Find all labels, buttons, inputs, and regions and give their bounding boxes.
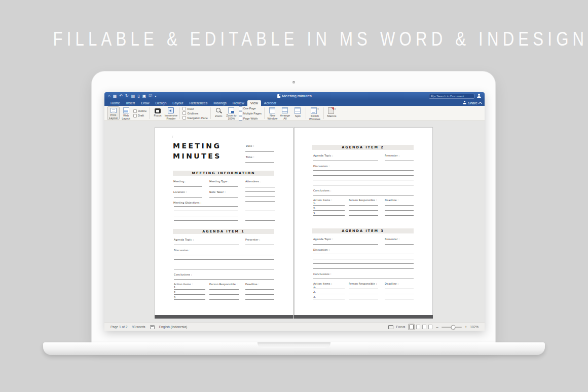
draft-button[interactable]: Draft (133, 114, 146, 117)
collapse-ribbon-chevron-icon[interactable] (479, 101, 482, 105)
language-indicator[interactable]: English (Indonesia) (159, 325, 188, 329)
action-items-field-lines[interactable] (313, 284, 345, 299)
tab-layout[interactable]: Layout (169, 100, 186, 106)
proofing-status-icon[interactable] (150, 325, 155, 329)
action-items-field-lines[interactable] (313, 201, 345, 216)
word-window: ⌂ ▦ ↶ ↻ ▤ ▯ ▣ ☑ • Meeting minutes Search… (104, 92, 485, 331)
focus-button[interactable]: Focus (151, 106, 164, 120)
agenda-topic-field-line[interactable] (313, 244, 378, 245)
tab-home[interactable]: Home (107, 100, 123, 106)
conclusions-field-line[interactable] (313, 279, 414, 279)
zoom-out-button[interactable]: – (436, 325, 438, 329)
presenter-field-line[interactable] (245, 245, 274, 245)
zoom-100-button[interactable]: Zoom to 100% (225, 106, 238, 120)
new-window-button[interactable]: New Window (266, 106, 279, 120)
person-responsible-field-lines[interactable] (349, 284, 378, 299)
document-page-2[interactable]: AGENDA ITEM 2 Agenda Topic : Presenter :… (294, 127, 433, 316)
print-icon[interactable]: ▤ (131, 94, 135, 98)
overflow-icon[interactable]: • (155, 94, 157, 98)
tab-insert[interactable]: Insert (123, 100, 138, 106)
time-field-line[interactable] (245, 162, 274, 163)
page-count[interactable]: Page 1 of 2 (111, 325, 127, 329)
copy-icon[interactable]: ▣ (142, 94, 146, 98)
document-page-1[interactable]: MEETING MINUTES Date : Time : MEETING IN… (155, 127, 293, 316)
meeting-field-line[interactable] (174, 186, 202, 187)
web-layout-view-button[interactable] (415, 324, 421, 330)
page-width-icon (239, 116, 242, 121)
discussion-field-lines[interactable] (174, 250, 274, 270)
presenter-field-line[interactable] (385, 244, 414, 245)
location-field-line[interactable] (174, 197, 202, 198)
switch-windows-button[interactable]: Switch Windows (308, 106, 322, 120)
titlebar: ⌂ ▦ ↶ ↻ ▤ ▯ ▣ ☑ • Meeting minutes Search… (104, 92, 485, 100)
new-document-icon[interactable]: ▯ (137, 94, 139, 98)
document-title-text: Meeting minutes (282, 94, 312, 98)
navigation-pane-checkbox[interactable]: Navigation Pane (182, 116, 207, 120)
presenter-label: Presenter : (385, 238, 399, 241)
zoom-slider[interactable] (442, 327, 462, 328)
page-width-button[interactable]: Page Width (239, 116, 262, 121)
discussion-field-lines[interactable] (313, 250, 414, 269)
meeting-type-field-line[interactable] (209, 186, 238, 187)
agenda-item-3-header: AGENDA ITEM 3 (312, 228, 414, 233)
outline-view-button[interactable] (421, 324, 427, 330)
zoom-100-icon (228, 107, 234, 113)
tab-draw[interactable]: Draw (138, 100, 152, 106)
word-count[interactable]: 93 words (132, 325, 145, 329)
split-button[interactable]: Split (291, 106, 304, 120)
print-layout-view-button[interactable] (408, 324, 415, 330)
gridlines-checkbox[interactable]: Gridlines (182, 111, 207, 115)
date-field-line[interactable] (245, 151, 274, 152)
person-responsible-field-lines[interactable] (209, 285, 239, 300)
deadline-field-lines[interactable] (245, 285, 274, 300)
conclusions-field-line[interactable] (313, 195, 414, 195)
search-input[interactable]: Search in Document (429, 94, 474, 99)
zoom-slider-thumb[interactable] (451, 325, 455, 329)
attendees-field-lines[interactable] (245, 182, 275, 221)
tab-design[interactable]: Design (153, 100, 170, 106)
title-line-1: MEETING (173, 142, 222, 150)
tab-references[interactable]: References (186, 100, 210, 106)
immersive-reader-button[interactable]: Immersive Reader (164, 106, 178, 120)
presenter-field-line[interactable] (385, 161, 414, 161)
zoom-level[interactable]: 102% (470, 325, 479, 329)
deadline-field-lines[interactable] (385, 284, 414, 299)
web-layout-button[interactable]: Web Layout (120, 106, 132, 120)
macros-button[interactable]: Macros (325, 106, 338, 120)
one-page-icon (239, 106, 242, 110)
switch-windows-label: Switch Windows (308, 114, 322, 121)
note-taker-field-line[interactable] (209, 197, 238, 198)
tab-review[interactable]: Review (230, 100, 247, 106)
tasks-icon[interactable]: ☑ (149, 94, 152, 98)
conclusions-field-line[interactable] (174, 279, 274, 280)
share-button[interactable]: Share (463, 101, 482, 106)
agenda-topic-field-line[interactable] (174, 245, 239, 245)
account-avatar-icon[interactable] (477, 94, 481, 98)
meeting-objectives-field-lines[interactable] (174, 202, 238, 221)
tab-mailings[interactable]: Mailings (210, 100, 230, 106)
deadline-field-lines[interactable] (385, 201, 414, 216)
tab-view[interactable]: View (247, 100, 261, 106)
redo-icon[interactable]: ↻ (125, 94, 129, 98)
undo-icon[interactable]: ↶ (119, 94, 123, 98)
outline-button[interactable]: Outline (133, 109, 146, 113)
navigation-pane-checkbox-icon (182, 116, 186, 120)
focus-toggle-icon[interactable] (388, 325, 393, 329)
home-icon[interactable]: ⌂ (108, 94, 111, 98)
ruler-checkbox[interactable]: Ruler (182, 107, 207, 110)
zoom-in-button[interactable]: + (465, 325, 467, 329)
web-layout-label: Web Layout (120, 114, 132, 120)
draft-view-button[interactable] (427, 324, 433, 330)
one-page-button[interactable]: One Page (239, 106, 262, 110)
save-icon[interactable]: ▦ (113, 94, 117, 98)
zoom-button[interactable]: Zoom (212, 106, 225, 120)
action-items-field-lines[interactable] (174, 285, 205, 300)
person-responsible-field-lines[interactable] (349, 201, 378, 216)
focus-toggle-label[interactable]: Focus (396, 325, 406, 329)
multiple-pages-button[interactable]: Multiple Pages (239, 111, 262, 115)
agenda-topic-field-line[interactable] (313, 161, 378, 161)
arrange-all-button[interactable]: Arrange All (279, 106, 291, 120)
print-layout-button[interactable]: Print Layout (107, 106, 120, 120)
tab-acrobat[interactable]: Acrobat (261, 100, 279, 106)
discussion-field-lines[interactable] (313, 166, 414, 186)
